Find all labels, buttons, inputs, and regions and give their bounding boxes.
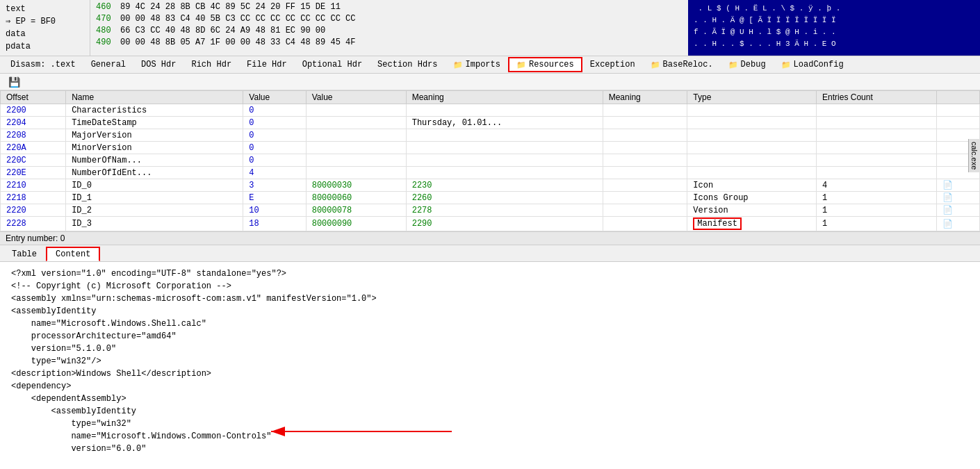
value-link[interactable]: 4 bbox=[249, 168, 254, 178]
table-row: 220C NumberOfNam... 0 bbox=[1, 154, 980, 167]
right-panel: . L $ ( H . Ë L . \ $ . ÿ . þ . . . H . … bbox=[688, 0, 980, 56]
value-link[interactable]: 3 bbox=[249, 181, 254, 190]
arrow-annotation bbox=[264, 411, 459, 455]
save-button[interactable]: 💾 bbox=[6, 76, 23, 88]
value-link[interactable]: 0 bbox=[249, 131, 254, 140]
table-row: 2228 ID_3 18 80000090 2290 Manifest 1 📄 bbox=[1, 217, 980, 231]
meaning-link[interactable]: 2260 bbox=[412, 193, 432, 203]
col-header-value2: Value bbox=[306, 91, 406, 104]
table-row: 2204 TimeDateStamp 0 Thursday, 01.01... bbox=[1, 117, 980, 129]
entry-bar: Entry number: 0 bbox=[0, 231, 980, 245]
hex-row: 480 66 C3 CC 40 48 8D 6C 24 A9 48 81 EC … bbox=[96, 25, 683, 37]
folder-icon: 📁 bbox=[781, 60, 791, 69]
xml-line: name="Microsoft.Windows.Shell.calc" bbox=[11, 318, 969, 330]
tab-debug[interactable]: 📁 Debug bbox=[721, 58, 774, 72]
table-area: Offset Name Value Value Meaning Meaning … bbox=[0, 90, 980, 231]
meaning-link[interactable]: 2290 bbox=[412, 219, 432, 229]
tab-exception[interactable]: Exception bbox=[582, 58, 643, 72]
offset-link[interactable]: 220A bbox=[6, 143, 26, 153]
hex-row: 460 89 4C 24 28 8B CB 4C 89 5C 24 20 FF … bbox=[96, 1, 683, 13]
col-header-offset: Offset bbox=[1, 91, 66, 104]
xml-line: type="win32"/> bbox=[11, 355, 969, 368]
tab-general[interactable]: General bbox=[83, 58, 133, 72]
tab-imports[interactable]: 📁 Imports bbox=[446, 58, 508, 72]
tab-rich-hdr[interactable]: Rich Hdr bbox=[183, 58, 239, 72]
col-header-value1: Value bbox=[243, 91, 306, 104]
xml-line: <assemblyIdentity bbox=[11, 405, 969, 418]
tab-file-hdr[interactable]: File Hdr bbox=[239, 58, 295, 72]
folder-icon: 📁 bbox=[651, 60, 660, 69]
sidebar-item-text[interactable]: text bbox=[6, 3, 84, 15]
offset-link[interactable]: 220E bbox=[6, 168, 26, 178]
tab-dos-hdr[interactable]: DOS Hdr bbox=[133, 58, 183, 72]
col-header-entries: Entries Count bbox=[817, 91, 937, 104]
value-link[interactable]: 0 bbox=[249, 156, 254, 165]
sidebar-item-data[interactable]: data bbox=[6, 28, 84, 40]
col-header-meaning1: Meaning bbox=[406, 91, 603, 104]
col-header-type: Type bbox=[687, 91, 817, 104]
hex-area: 460 89 4C 24 28 8B CB 4C 89 5C 24 20 FF … bbox=[90, 0, 688, 56]
offset-link[interactable]: 2204 bbox=[6, 118, 26, 128]
value-link[interactable]: 0 bbox=[249, 118, 254, 128]
tab-content[interactable]: Content bbox=[46, 247, 100, 261]
table-row: 2220 ID_2 10 80000078 2278 Version 1 📄 bbox=[1, 204, 980, 217]
value-link[interactable]: E bbox=[249, 193, 254, 203]
offset-link[interactable]: 2228 bbox=[6, 219, 26, 229]
offset-link[interactable]: 2218 bbox=[6, 193, 26, 203]
value2-link[interactable]: 80000060 bbox=[312, 193, 352, 203]
xml-line: name="Microsoft.Windows.Common-Controls" bbox=[11, 430, 969, 443]
hex-row: 470 00 00 48 83 C4 40 5B C3 CC CC CC CC … bbox=[96, 13, 683, 25]
folder-icon: 📁 bbox=[453, 60, 463, 69]
bottom-tab-bar: Table Content bbox=[0, 245, 980, 262]
data-table: Offset Name Value Value Meaning Meaning … bbox=[0, 90, 980, 231]
table-row: 2208 MajorVersion 0 bbox=[1, 129, 980, 142]
tab-resources[interactable]: 📁 Resources bbox=[508, 57, 582, 72]
folder-icon: 📁 bbox=[728, 60, 738, 69]
table-row: 2210 ID_0 3 80000030 2230 Icon 4 📄 bbox=[1, 179, 980, 192]
xml-line: version="6.0.0" bbox=[11, 443, 969, 455]
meaning-link[interactable]: 2278 bbox=[412, 206, 432, 215]
tab-disasm[interactable]: Disasm: .text bbox=[3, 58, 83, 72]
offset-link[interactable]: 2208 bbox=[6, 131, 26, 140]
toolbar: 💾 bbox=[0, 74, 980, 90]
tab-table[interactable]: Table bbox=[3, 247, 46, 261]
value-link[interactable]: 18 bbox=[249, 219, 259, 229]
right-border-label: calc.exe bbox=[968, 139, 980, 172]
value2-link[interactable]: 80000090 bbox=[312, 219, 352, 229]
table-row: 2218 ID_1 E 80000060 2260 Icons Group 1 … bbox=[1, 192, 980, 204]
value-link[interactable]: 0 bbox=[249, 143, 254, 153]
value-link[interactable]: 0 bbox=[249, 106, 254, 115]
col-header-name: Name bbox=[66, 91, 243, 104]
tab-section-hdrs[interactable]: Section Hdrs bbox=[370, 58, 445, 72]
xml-line: <assemblyIdentity bbox=[11, 305, 969, 318]
value-link[interactable]: 10 bbox=[249, 206, 259, 215]
xml-line: <?xml version="1.0" encoding="UTF-8" sta… bbox=[11, 268, 969, 280]
main-container: text ⇒ EP = BF0 data pdata rsrc reloc 46… bbox=[0, 0, 980, 469]
content-area[interactable]: <?xml version="1.0" encoding="UTF-8" sta… bbox=[0, 262, 980, 469]
xml-line: type="win32" bbox=[11, 418, 969, 430]
sidebar-item-pdata[interactable]: pdata bbox=[6, 40, 84, 53]
tab-optional-hdr[interactable]: Optional Hdr bbox=[295, 58, 370, 72]
xml-line: version="5.1.0.0" bbox=[11, 343, 969, 355]
xml-line: <dependentAssembly> bbox=[11, 393, 969, 405]
col-header-meaning2: Meaning bbox=[603, 91, 687, 104]
offset-link[interactable]: 2200 bbox=[6, 106, 26, 115]
xml-line: <assembly xmlns="urn:schemas-microsoft-c… bbox=[11, 293, 969, 305]
offset-link[interactable]: 2210 bbox=[6, 181, 26, 190]
xml-line: <dependency> bbox=[11, 380, 969, 393]
manifest-cell: Manifest bbox=[693, 217, 742, 230]
offset-link[interactable]: 2220 bbox=[6, 206, 26, 215]
sidebar-item-ep[interactable]: ⇒ EP = BF0 bbox=[6, 15, 84, 28]
value2-link[interactable]: 80000030 bbox=[312, 181, 352, 190]
meaning-link[interactable]: 2230 bbox=[412, 181, 432, 190]
tab-basereloc[interactable]: 📁 BaseReloc. bbox=[643, 58, 721, 72]
xml-line: <!-- Copyright (c) Microsoft Corporation… bbox=[11, 280, 969, 293]
hex-row: 490 00 00 48 8B 05 A7 1F 00 00 48 33 C4 … bbox=[96, 37, 683, 49]
table-row: 220E NumberOfIdEnt... 4 bbox=[1, 167, 980, 179]
offset-link[interactable]: 220C bbox=[6, 156, 26, 165]
value2-link[interactable]: 80000078 bbox=[312, 206, 352, 215]
tab-loadconfig[interactable]: 📁 LoadConfig bbox=[774, 58, 851, 72]
table-row: 220A MinorVersion 0 bbox=[1, 142, 980, 154]
col-header-icon bbox=[937, 91, 980, 104]
xml-line: <description>Windows Shell</description> bbox=[11, 368, 969, 380]
